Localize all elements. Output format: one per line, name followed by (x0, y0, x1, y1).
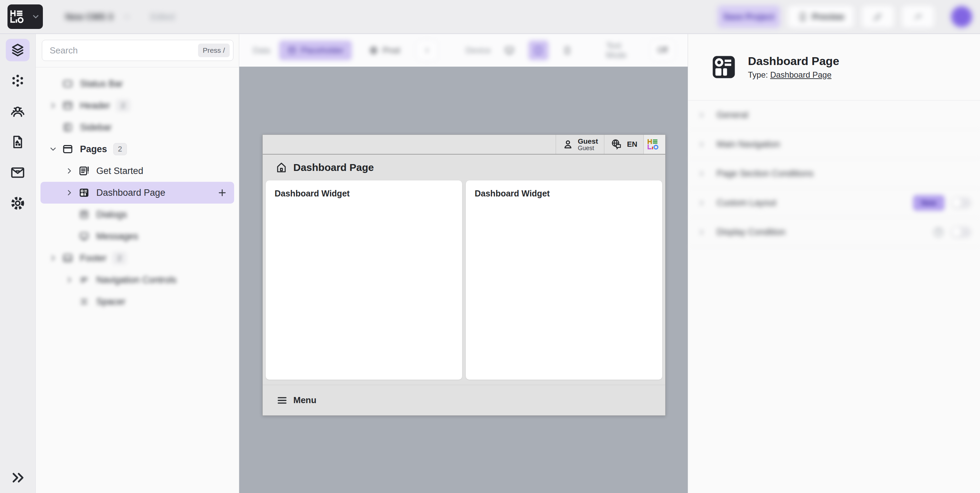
preview-widgets-row: Dashboard Widget Dashboard Widget (263, 180, 665, 380)
tree-item-spacer[interactable]: Spacer (40, 291, 234, 313)
data-more-button[interactable] (417, 40, 437, 60)
topbar-actions: Save Project Preview (717, 5, 972, 28)
chevron-right-icon (45, 101, 61, 110)
preview-brand-logo[interactable] (643, 135, 665, 154)
desktop-device-button[interactable] (500, 40, 520, 60)
helo-color-logo-icon (648, 139, 662, 150)
user-avatar[interactable] (951, 6, 972, 27)
tree-item-pages[interactable]: Pages 2 (40, 138, 234, 160)
add-page-icon[interactable] (217, 188, 227, 198)
widget-title: Dashboard Widget (475, 188, 653, 198)
rail-item-assets[interactable] (6, 131, 30, 153)
rail-item-mail[interactable] (6, 161, 30, 184)
edited-status: Edited (150, 12, 175, 22)
rail-item-layers[interactable] (6, 39, 30, 61)
inspector-header: Dashboard Page Type: Dashboard Page (688, 34, 980, 101)
tablet-device-button[interactable] (528, 40, 549, 60)
home-icon (275, 161, 288, 174)
search-input[interactable] (50, 45, 198, 56)
dashboard-page-icon (710, 53, 738, 81)
prod-data-button[interactable]: Prod (361, 40, 408, 60)
custom-layout-toggle[interactable] (951, 198, 971, 208)
inspector-panel: Dashboard Page Type: Dashboard Page Gene… (688, 34, 980, 493)
chevron-right-icon (698, 111, 706, 119)
page-preview-frame[interactable]: Guest Guest EN (262, 134, 666, 416)
preview-button[interactable]: Preview (788, 5, 854, 28)
rail-item-components[interactable] (6, 69, 30, 92)
preview-user-menu[interactable]: Guest Guest (556, 135, 605, 154)
chevron-right-icon (698, 140, 706, 148)
chevron-right-icon (62, 166, 77, 176)
header-icon (61, 100, 75, 111)
section-page-section-conditions[interactable]: Page Section Conditions (688, 159, 980, 188)
placeholder-data-button[interactable]: Placeholder (279, 40, 352, 60)
tree-item-header[interactable]: Header 2 (40, 95, 234, 116)
preview-menu-bar[interactable]: Menu (263, 385, 665, 415)
search-shortcut-hint: Press / (198, 43, 230, 57)
preview-language-menu[interactable]: EN (604, 135, 643, 154)
tree-item-dialogs[interactable]: Dialogs (40, 204, 234, 225)
inspector-type-link[interactable]: Dashboard Page (770, 70, 831, 79)
canvas-toolbar: Data Placeholder Prod Device (239, 34, 688, 67)
globe-icon (369, 46, 379, 55)
phone-device-button[interactable] (557, 40, 578, 60)
preview-language-code: EN (627, 140, 637, 149)
chevron-right-icon (62, 188, 77, 197)
inspector-title: Dashboard Page (748, 54, 839, 68)
chevron-right-icon (45, 254, 61, 263)
section-general[interactable]: General (688, 101, 980, 130)
nav-controls-icon (77, 274, 91, 286)
tree-item-messages[interactable]: Messages (40, 225, 234, 247)
section-main-navigation[interactable]: Main Navigation (688, 130, 980, 159)
count-badge: 2 (113, 252, 126, 264)
double-chevron-right-icon (10, 470, 26, 485)
article-icon (77, 165, 91, 177)
expand-panel-button[interactable] (0, 470, 36, 485)
chevron-down-icon (31, 12, 40, 21)
count-badge: 2 (116, 99, 130, 112)
preview-page-heading: Dashboard Page (263, 155, 665, 180)
footer-icon (61, 252, 75, 264)
tree-item-status-bar[interactable]: Status Bar (40, 73, 234, 95)
rail-item-users[interactable] (6, 100, 30, 123)
preview-status-bar: Guest Guest EN (263, 135, 665, 155)
globe-chat-icon (611, 138, 623, 150)
project-name[interactable]: New CMS 3 (65, 11, 113, 22)
text-mode-toggle[interactable]: Off (651, 41, 674, 60)
sidebar-icon (61, 121, 75, 133)
browser-icon (61, 143, 75, 155)
tree-item-footer[interactable]: Footer 2 (40, 247, 234, 269)
dashboard-widget-card[interactable]: Dashboard Widget (266, 180, 462, 380)
save-project-button[interactable]: Save Project (717, 5, 780, 28)
display-condition-toggle[interactable] (951, 227, 971, 238)
inspector-type-line: Type: Dashboard Page (748, 70, 839, 80)
search-box[interactable]: Press / (42, 40, 234, 61)
project-caret-icon[interactable] (123, 13, 130, 21)
brand-logo-button[interactable] (8, 5, 43, 29)
mail-icon (10, 165, 25, 180)
edit-tool-button[interactable] (862, 5, 894, 28)
status-bar-icon (61, 78, 75, 89)
dashboard-widget-card[interactable]: Dashboard Widget (466, 180, 662, 380)
share-tool-button[interactable] (902, 5, 934, 28)
page-tree: Status Bar Header 2 Sidebar Pages 2 (36, 67, 239, 318)
placeholder-icon (287, 46, 297, 55)
settings-gear-icon (10, 195, 25, 211)
phone-icon (798, 11, 808, 22)
section-custom-layout[interactable]: Custom Layout New (688, 188, 980, 217)
tree-item-dashboard-page[interactable]: Dashboard Page (40, 182, 234, 204)
widget-title: Dashboard Widget (275, 188, 453, 198)
tree-item-get-started[interactable]: Get Started (40, 160, 234, 182)
tree-item-sidebar[interactable]: Sidebar (40, 116, 234, 138)
layers-icon (10, 43, 25, 57)
tablet-icon (533, 45, 543, 56)
dashboard-icon (77, 187, 91, 199)
media-file-icon (10, 134, 25, 150)
rail-item-settings[interactable] (6, 192, 30, 214)
help-circle-icon[interactable] (932, 226, 945, 238)
canvas-area: Guest Guest EN (239, 67, 688, 493)
stage: Data Placeholder Prod Device (239, 34, 688, 493)
tree-item-navigation-controls[interactable]: Navigation Controls (40, 269, 234, 291)
section-display-condition[interactable]: Display Condition (688, 217, 980, 247)
preview-menu-label: Menu (293, 395, 317, 405)
